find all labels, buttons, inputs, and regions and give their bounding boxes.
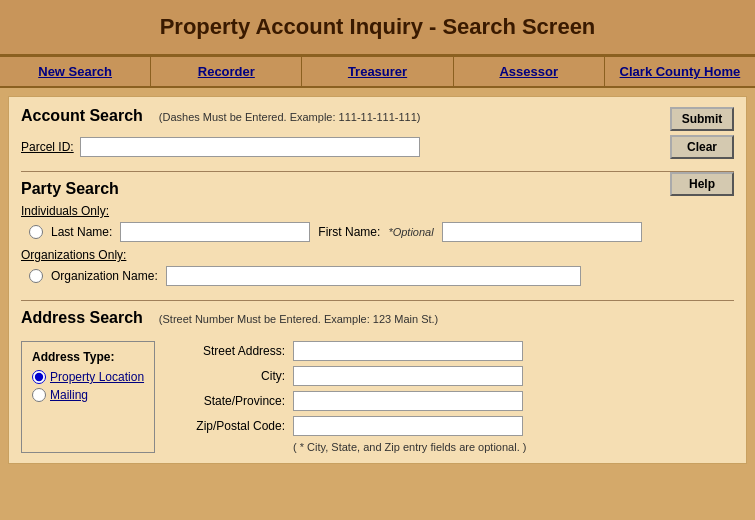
organizations-only-label: Organizations Only: <box>21 248 734 262</box>
account-search-row: Parcel ID: <box>21 137 734 157</box>
org-radio[interactable] <box>29 269 43 283</box>
individuals-only-label: Individuals Only: <box>21 204 734 218</box>
account-search-title: Account Search <box>21 107 143 125</box>
city-input[interactable] <box>293 366 523 386</box>
state-input[interactable] <box>293 391 523 411</box>
nav-recorder[interactable]: Recorder <box>151 57 302 86</box>
address-body: Address Type: Property Location Mailing … <box>21 341 734 453</box>
nav-clark-county-home[interactable]: Clark County Home <box>605 57 755 86</box>
org-name-input[interactable] <box>166 266 581 286</box>
last-name-input[interactable] <box>120 222 310 242</box>
address-type-title: Address Type: <box>32 350 144 364</box>
page-title: Property Account Inquiry - Search Screen <box>10 14 745 40</box>
address-search-hint: (Street Number Must be Entered. Example:… <box>159 313 438 325</box>
last-name-label: Last Name: <box>51 225 112 239</box>
parcel-id-input[interactable] <box>80 137 420 157</box>
address-search-section: Address Search (Street Number Must be En… <box>21 300 734 453</box>
zip-input[interactable] <box>293 416 523 436</box>
address-fields: Street Address: City: State/Province: Zi… <box>165 341 734 453</box>
org-name-label: Organization Name: <box>51 269 158 283</box>
clear-button[interactable]: Clear <box>670 135 734 159</box>
street-address-label: Street Address: <box>165 344 285 358</box>
address-type-box: Address Type: Property Location Mailing <box>21 341 155 453</box>
nav-treasurer[interactable]: Treasurer <box>302 57 453 86</box>
nav-assessor[interactable]: Assessor <box>454 57 605 86</box>
name-row: Last Name: First Name: *Optional <box>29 222 734 242</box>
main-content: Account Search (Dashes Must be Entered. … <box>8 96 747 464</box>
account-search-hint: (Dashes Must be Entered. Example: 111-11… <box>159 111 421 123</box>
zip-label: Zip/Postal Code: <box>165 419 285 433</box>
party-search-title: Party Search <box>21 180 734 198</box>
state-label: State/Province: <box>165 394 285 408</box>
nav-bar: New Search Recorder Treasurer Assessor C… <box>0 56 755 88</box>
individuals-radio[interactable] <box>29 225 43 239</box>
party-search-section: Party Search Individuals Only: Last Name… <box>21 171 734 286</box>
optional-text: *Optional <box>388 226 433 238</box>
account-search-header: Account Search (Dashes Must be Entered. … <box>21 107 734 131</box>
street-address-row: Street Address: <box>165 341 734 361</box>
property-location-radio[interactable] <box>32 370 46 384</box>
property-location-option: Property Location <box>32 370 144 384</box>
submit-clear-panel: Submit Clear <box>670 107 734 159</box>
parcel-id-label: Parcel ID: <box>21 140 74 154</box>
address-search-header: Address Search (Street Number Must be En… <box>21 309 734 333</box>
nav-new-search[interactable]: New Search <box>0 57 151 86</box>
state-row: State/Province: <box>165 391 734 411</box>
org-row: Organization Name: <box>29 266 734 286</box>
address-search-title: Address Search <box>21 309 143 327</box>
zip-row: Zip/Postal Code: <box>165 416 734 436</box>
help-btn-panel: Help <box>670 172 734 196</box>
first-name-input[interactable] <box>442 222 642 242</box>
help-button[interactable]: Help <box>670 172 734 196</box>
property-location-label: Property Location <box>50 370 144 384</box>
mailing-radio[interactable] <box>32 388 46 402</box>
mailing-option: Mailing <box>32 388 144 402</box>
address-footnote: ( * City, State, and Zip entry fields ar… <box>293 441 734 453</box>
first-name-label: First Name: <box>318 225 380 239</box>
submit-button[interactable]: Submit <box>670 107 734 131</box>
account-search-section: Account Search (Dashes Must be Entered. … <box>21 107 734 157</box>
city-row: City: <box>165 366 734 386</box>
city-label: City: <box>165 369 285 383</box>
page-header: Property Account Inquiry - Search Screen <box>0 0 755 56</box>
street-address-input[interactable] <box>293 341 523 361</box>
mailing-label: Mailing <box>50 388 88 402</box>
